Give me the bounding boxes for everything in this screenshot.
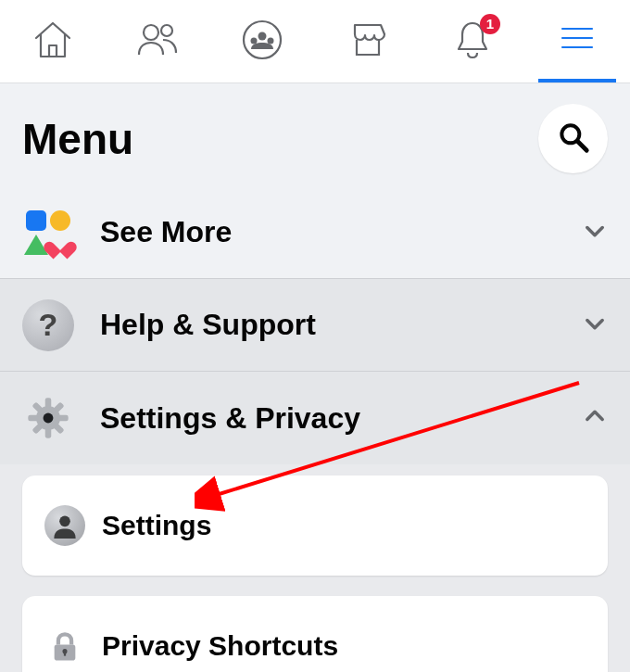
svg-rect-12 <box>45 398 52 408</box>
card-privacy-shortcuts[interactable]: Privacy Shortcuts <box>22 596 608 672</box>
svg-rect-13 <box>45 428 52 438</box>
svg-rect-14 <box>28 415 38 422</box>
section-see-more[interactable]: See More <box>0 186 630 279</box>
top-navigation: 1 <box>0 0 630 83</box>
chevron-up-icon <box>582 403 608 433</box>
chevron-down-icon <box>582 218 608 247</box>
hamburger-icon <box>555 16 599 64</box>
svg-point-21 <box>59 516 70 527</box>
help-label: Help & Support <box>100 308 582 342</box>
notification-badge: 1 <box>480 14 500 34</box>
nav-friends[interactable] <box>119 1 196 82</box>
nav-notifications[interactable]: 1 <box>434 1 511 82</box>
svg-point-1 <box>161 25 172 36</box>
friends-icon <box>135 18 180 66</box>
svg-rect-15 <box>58 415 69 422</box>
gear-icon <box>22 392 74 444</box>
menu-header: Menu <box>0 83 630 186</box>
svg-point-3 <box>258 32 267 40</box>
svg-point-0 <box>144 25 158 40</box>
settings-label: Settings <box>102 510 211 541</box>
privacy-shortcuts-label: Privacy Shortcuts <box>102 630 338 662</box>
marketplace-icon <box>346 18 390 66</box>
card-settings[interactable]: Settings <box>22 475 608 576</box>
lock-icon <box>44 626 85 666</box>
groups-icon <box>240 18 284 66</box>
page-title: Menu <box>22 114 133 164</box>
nav-marketplace[interactable] <box>329 1 407 82</box>
svg-line-10 <box>577 141 586 150</box>
nav-groups[interactable] <box>223 1 301 82</box>
nav-home[interactable] <box>14 1 92 82</box>
user-settings-icon <box>44 505 85 546</box>
svg-point-4 <box>251 37 258 44</box>
svg-rect-24 <box>64 652 66 656</box>
nav-menu[interactable] <box>538 1 616 82</box>
settings-privacy-label: Settings & Privacy <box>100 401 582 436</box>
home-icon <box>31 18 75 66</box>
settings-privacy-submenu: Settings Privacy Shortcuts <box>0 464 630 672</box>
chevron-down-icon <box>582 311 608 340</box>
search-icon <box>556 120 591 158</box>
see-more-icon <box>22 207 74 259</box>
svg-point-20 <box>44 413 54 424</box>
section-settings-privacy[interactable]: Settings & Privacy <box>0 372 630 464</box>
search-button[interactable] <box>538 104 608 173</box>
see-more-label: See More <box>100 215 582 249</box>
svg-point-5 <box>268 37 274 44</box>
help-icon: ? <box>22 299 74 351</box>
section-help-support[interactable]: ? Help & Support <box>0 279 630 372</box>
